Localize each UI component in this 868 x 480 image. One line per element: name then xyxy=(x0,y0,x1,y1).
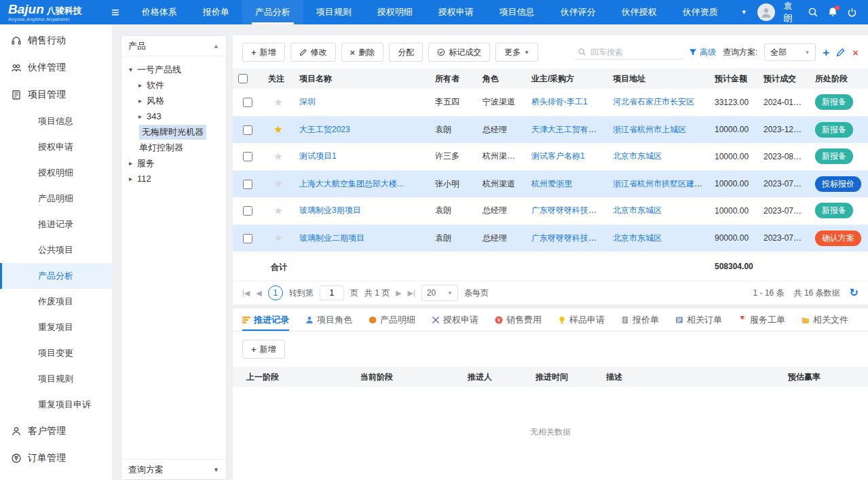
nav-item-project-info[interactable]: 项目信息 xyxy=(487,0,548,24)
col-buyer[interactable]: 业主/采购方 xyxy=(526,68,607,89)
avatar[interactable] xyxy=(757,3,775,21)
hamburger-icon[interactable]: ≡ xyxy=(102,0,129,24)
delete-button[interactable]: × 删除 xyxy=(341,43,384,62)
sidebar-sub-progress-record[interactable]: 推进记录 xyxy=(0,212,112,237)
project-name-link[interactable]: 测试项目1 xyxy=(299,151,337,161)
buyer-link[interactable]: 桥头排骨-李工1 xyxy=(531,97,588,106)
tab-service-ticket[interactable]: 服务工单 xyxy=(738,308,785,331)
tab-related-order[interactable]: 相关订单 xyxy=(675,308,722,331)
tab-project-role[interactable]: 项目角色 xyxy=(305,308,352,331)
col-project-name[interactable]: 项目名称 xyxy=(294,68,430,89)
project-name-link[interactable]: 大王工贸2023 xyxy=(299,125,350,134)
tree-node-product-line-1[interactable]: ▾ 一号产品线 xyxy=(121,62,226,77)
mark-deal-button[interactable]: 标记成交 xyxy=(428,43,490,62)
plan-edit-icon[interactable] xyxy=(836,47,846,57)
select-all-checkbox[interactable] xyxy=(238,74,248,83)
sidebar-item-partner-management[interactable]: 伙伴管理 xyxy=(0,54,112,81)
buyer-link[interactable]: 测试客户名称1 xyxy=(531,151,585,161)
col-owner[interactable]: 所有者 xyxy=(430,68,477,89)
detail-add-button[interactable]: + 新增 xyxy=(242,340,285,359)
tree-collapsed-icon[interactable]: ▸ xyxy=(136,81,144,89)
table-row[interactable]: ★ 大王工贸2023 袁朗 总经理 天津大王工贸有限公司 浙江省杭州市上城区 1… xyxy=(233,116,868,143)
search-input[interactable] xyxy=(590,47,673,57)
row-checkbox[interactable] xyxy=(243,98,252,107)
star-icon[interactable]: ★ xyxy=(273,151,282,162)
table-row[interactable]: ★ 深圳 李五四 宁波渠道 桥头排骨-李工1 河北省石家庄市长安区 33123.… xyxy=(233,89,868,116)
edit-button[interactable]: 修改 xyxy=(290,43,336,62)
row-checkbox[interactable] xyxy=(243,206,252,216)
tree-collapsed-icon[interactable]: ▸ xyxy=(136,113,144,120)
nav-item-partner-score[interactable]: 伙伴评分 xyxy=(548,0,609,24)
row-checkbox[interactable] xyxy=(243,152,252,161)
tree-node-lamp-controller[interactable]: 单灯控制器 xyxy=(121,140,226,155)
plan-add-icon[interactable]: + xyxy=(823,47,829,58)
tree-node-343[interactable]: ▸ 343 xyxy=(121,108,226,124)
tab-product-detail[interactable]: 产品明细 xyxy=(369,308,415,331)
star-icon[interactable]: ★ xyxy=(273,123,282,135)
tab-auth-apply[interactable]: 授权申请 xyxy=(432,308,478,331)
query-plan-footer[interactable]: 查询方案 ▼ xyxy=(121,459,226,479)
buyer-link[interactable]: 广东呀呀呀科技有限... xyxy=(531,233,607,243)
first-page-icon[interactable]: |◀ xyxy=(242,289,250,298)
query-plan-select[interactable]: 全部 ▼ xyxy=(764,43,816,61)
nav-item-price-system[interactable]: 价格体系 xyxy=(129,0,190,24)
address-link[interactable]: 北京市东城区 xyxy=(613,151,662,161)
tab-quote[interactable]: 报价单 xyxy=(621,308,659,331)
sidebar-item-project-management[interactable]: 项目管理 xyxy=(0,81,112,108)
col-close-date[interactable]: 预计成交 xyxy=(758,68,810,89)
row-checkbox[interactable] xyxy=(243,180,252,189)
refresh-icon[interactable]: ↻ xyxy=(850,287,858,298)
bell-icon[interactable] xyxy=(827,7,838,18)
project-name-link[interactable]: 玻璃制业3期项目 xyxy=(299,205,361,215)
col-address[interactable]: 项目地址 xyxy=(607,68,709,89)
col-stage[interactable]: 所处阶段 xyxy=(810,68,868,89)
project-name-link[interactable]: 深圳 xyxy=(299,97,316,106)
nav-item-partner-auth[interactable]: 伙伴授权 xyxy=(609,0,670,24)
tree-collapsed-icon[interactable]: ▸ xyxy=(136,97,144,104)
row-checkbox[interactable] xyxy=(243,234,252,243)
current-page-button[interactable]: 1 xyxy=(268,285,283,300)
table-row[interactable]: ★ 上海大大航空集团总部大楼... 张小明 杭州渠道 杭州爱浙里 浙江省杭州市拱… xyxy=(233,170,868,197)
sidebar-sub-public-project[interactable]: 公共项目 xyxy=(0,237,112,263)
tree-node-service[interactable]: ▸ 服务 xyxy=(121,155,226,171)
nav-item-product-analysis[interactable]: 产品分析 xyxy=(242,0,303,24)
sidebar-sub-project-rules[interactable]: 项目规则 xyxy=(0,366,112,392)
nav-item-auth-detail[interactable]: 授权明细 xyxy=(364,0,426,24)
sidebar-item-customer-management[interactable]: 客户管理 xyxy=(0,418,112,445)
nav-item-project-rules[interactable]: 项目规则 xyxy=(303,0,364,24)
plan-delete-icon[interactable]: × xyxy=(852,47,858,58)
goto-page-input[interactable] xyxy=(320,285,344,300)
sidebar-item-order-management[interactable]: 订单管理 xyxy=(0,445,112,472)
sidebar-sub-project-change[interactable]: 项目变更 xyxy=(0,340,112,366)
next-page-icon[interactable]: ▶ xyxy=(396,289,401,298)
sidebar-sub-duplicate-appeal[interactable]: 重复项目申诉 xyxy=(0,392,112,418)
table-row[interactable]: ★ 玻璃制业二期项目 袁朗 总经理 广东呀呀呀科技有限... 北京市东城区 90… xyxy=(233,224,868,252)
address-link[interactable]: 浙江省杭州市上城区 xyxy=(613,125,686,134)
star-icon[interactable]: ★ xyxy=(273,232,282,243)
sidebar-sub-auth-apply[interactable]: 授权申请 xyxy=(0,134,112,160)
advanced-filter[interactable]: 高级 xyxy=(689,47,716,58)
sidebar-item-sales-action[interactable]: 销售行动 xyxy=(0,27,112,54)
table-row[interactable]: ★ 玻璃制业3期项目 袁朗 总经理 广东呀呀呀科技有限... 北京市东城区 10… xyxy=(233,197,868,224)
table-row[interactable]: ★ 测试项目1 许三多 杭州渠道经理 测试客户名称1 北京市东城区 10000.… xyxy=(233,143,868,170)
tree-expanded-icon[interactable]: ▾ xyxy=(127,66,134,73)
col-role[interactable]: 角色 xyxy=(477,68,526,89)
address-link[interactable]: 浙江省杭州市拱墅区建国北... xyxy=(613,179,709,188)
star-icon[interactable]: ★ xyxy=(273,96,282,108)
user-name[interactable]: 袁朗 xyxy=(784,0,799,24)
sidebar-sub-voided-project[interactable]: 作废项目 xyxy=(0,289,112,315)
nav-item-quote[interactable]: 报价单 xyxy=(190,0,242,24)
buyer-link[interactable]: 天津大王工贸有限公司 xyxy=(531,125,607,134)
nav-item-partner-qualification[interactable]: 伙伴资质 xyxy=(670,0,731,24)
tree-node-software[interactable]: ▸ 软件 xyxy=(121,77,226,93)
nav-item-auth-apply[interactable]: 授权申请 xyxy=(426,0,487,24)
row-checkbox[interactable] xyxy=(243,125,252,135)
power-icon[interactable] xyxy=(847,7,857,18)
add-button[interactable]: + 新增 xyxy=(242,43,285,62)
col-amount[interactable]: 预计金额 xyxy=(709,68,758,89)
tab-progress-record[interactable]: 推进记录 xyxy=(242,308,289,331)
collapse-up-icon[interactable]: ▲ xyxy=(213,43,219,49)
tab-sales-expense[interactable]: 销售费用 xyxy=(495,308,542,331)
buyer-link[interactable]: 杭州爱浙里 xyxy=(531,179,572,188)
star-icon[interactable]: ★ xyxy=(273,178,282,189)
